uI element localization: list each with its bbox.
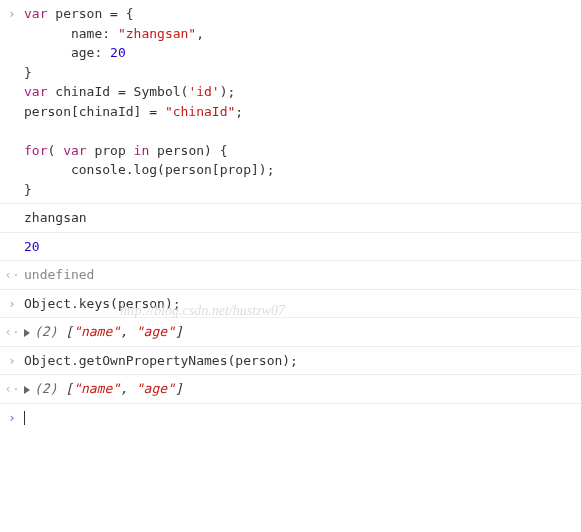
input-chevron-icon: ›: [0, 4, 24, 199]
cursor-icon: [24, 411, 25, 425]
console-input-row[interactable]: › Object.getOwnPropertyNames(person);: [0, 347, 581, 376]
undefined-result: undefined: [24, 265, 581, 285]
bracket-open: [: [57, 381, 73, 396]
string-literal: 'id': [188, 84, 219, 99]
code-text: }: [24, 182, 32, 197]
keyword-in: in: [134, 143, 150, 158]
output-chevron-icon: ‹·: [0, 265, 24, 285]
console-container: http://blog.csdn.net/hustzw07 › var pers…: [0, 0, 581, 431]
console-input-row[interactable]: › var person = { name: "zhangsan", age: …: [0, 0, 581, 204]
code-text: ;: [235, 104, 243, 119]
array-item: "name": [73, 381, 120, 396]
gutter-empty: [0, 208, 24, 228]
console-log-row: 20: [0, 233, 581, 262]
console-result-row[interactable]: ‹· (2) ["name", "age"]: [0, 318, 581, 347]
prompt-chevron-icon: ›: [0, 408, 24, 428]
array-item: "name": [73, 324, 120, 339]
console-result-row[interactable]: ‹· (2) ["name", "age"]: [0, 375, 581, 404]
console-result-row: ‹· undefined: [0, 261, 581, 290]
keyword-var: var: [63, 143, 86, 158]
console-input-row[interactable]: › Object.keys(person);: [0, 290, 581, 319]
array-item: "age": [136, 381, 175, 396]
keyword-var: var: [24, 84, 47, 99]
array-result: (2) ["name", "age"]: [24, 379, 581, 399]
bracket-close: ]: [175, 324, 183, 339]
array-result: (2) ["name", "age"]: [24, 322, 581, 342]
log-output: zhangsan: [24, 208, 581, 228]
expand-arrow-icon[interactable]: [24, 329, 30, 337]
code-text: chinaId = Symbol(: [47, 84, 188, 99]
separator: ,: [120, 381, 136, 396]
code-block: var person = { name: "zhangsan", age: 20…: [24, 4, 581, 199]
code-text: person) {: [149, 143, 227, 158]
gutter-empty: [0, 237, 24, 257]
string-literal: "chinaId": [165, 104, 235, 119]
code-text: age:: [24, 45, 110, 60]
bracket-close: ]: [175, 381, 183, 396]
array-length: (2): [34, 381, 57, 396]
console-input[interactable]: [24, 408, 581, 428]
number-literal: 20: [110, 45, 126, 60]
code-text: (: [47, 143, 63, 158]
code-text: prop: [87, 143, 134, 158]
code-text: }: [24, 65, 32, 80]
input-chevron-icon: ›: [0, 351, 24, 371]
code-text: name:: [24, 26, 118, 41]
console-prompt-row[interactable]: ›: [0, 404, 581, 432]
code-text: person = {: [47, 6, 133, 21]
input-chevron-icon: ›: [0, 294, 24, 314]
output-chevron-icon: ‹·: [0, 379, 24, 399]
output-chevron-icon: ‹·: [0, 322, 24, 342]
array-length: (2): [34, 324, 57, 339]
code-text: Object.keys(person);: [24, 294, 581, 314]
bracket-open: [: [57, 324, 73, 339]
array-item: "age": [136, 324, 175, 339]
expand-arrow-icon[interactable]: [24, 386, 30, 394]
code-text: Object.getOwnPropertyNames(person);: [24, 351, 581, 371]
separator: ,: [120, 324, 136, 339]
code-text: ,: [196, 26, 204, 41]
log-output-number: 20: [24, 237, 581, 257]
code-text: console.log(person[prop]);: [24, 162, 274, 177]
code-text: person[chinaId] =: [24, 104, 165, 119]
keyword-var: var: [24, 6, 47, 21]
keyword-for: for: [24, 143, 47, 158]
string-literal: "zhangsan": [118, 26, 196, 41]
console-log-row: zhangsan: [0, 204, 581, 233]
code-text: );: [220, 84, 236, 99]
